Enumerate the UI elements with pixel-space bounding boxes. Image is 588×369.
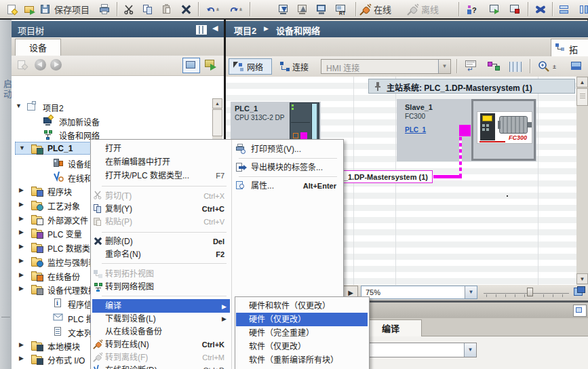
refresh-view-button[interactable] (203, 58, 220, 72)
portal-view-strip[interactable]: 启动 (0, 20, 12, 369)
split-editor-horizontal-button[interactable] (556, 1, 572, 17)
canvas-vscrollbar[interactable]: ▲ ▼ (576, 77, 588, 285)
go-offline-button[interactable]: 离线 (407, 1, 450, 17)
save-project-button[interactable]: 保存项目 (39, 1, 94, 17)
menu-item-export-module-labeling-strips[interactable]: 导出模块的标签条... (233, 161, 342, 174)
zoom-combo-dropdown-icon[interactable]: ▼ (465, 286, 477, 298)
pin-icon[interactable] (374, 82, 381, 91)
menu-item-go-to-topology-view[interactable]: 转到拓扑视图 (92, 268, 230, 281)
copy-button[interactable] (140, 1, 156, 17)
menu-item-open-in-new-editor[interactable]: 在新编辑器中打开 (92, 156, 230, 169)
split-editor-vertical-button[interactable] (576, 1, 588, 17)
submenu-item-hw-and-sw-changes-only[interactable]: 硬件和软件（仅更改） (236, 299, 368, 313)
start-runtime-button[interactable]: RT (332, 1, 351, 17)
new-project-button[interactable] (4, 1, 20, 17)
menu-item-delete[interactable]: 删除(D)Del (92, 235, 230, 248)
tree-columns-icon[interactable] (196, 25, 207, 35)
menu-item-open[interactable]: 打开 (92, 142, 230, 155)
tree-item-project[interactable]: ▼ 项目2 (12, 100, 222, 113)
submenu-item-sw-rebuild-all-blocks[interactable]: 软件（重新编译所有块） (236, 353, 368, 367)
navigate-forward-button[interactable] (50, 59, 62, 71)
scroll-thumb[interactable] (576, 88, 588, 106)
expander-closed-icon[interactable]: ▶ (19, 187, 24, 193)
upload-from-device-button[interactable] (294, 1, 311, 17)
submenu-item-hw-changes-only[interactable]: 硬件（仅更改） (236, 313, 368, 326)
slave1-master-link[interactable]: PLC_1 (405, 126, 426, 134)
start-cpu-button[interactable] (486, 1, 503, 17)
cross-references-button[interactable] (532, 1, 549, 17)
expander-closed-icon[interactable]: ▶ (19, 257, 24, 264)
menu-item-cut[interactable]: 剪切(T)Ctrl+X (92, 190, 230, 203)
submenu-item-hw-rebuild-all[interactable]: 硬件（完全重建） (236, 326, 368, 340)
menu-item-online-diagnostics[interactable]: 在线和诊断(D)Ctrl+D (92, 364, 230, 369)
scroll-up-button[interactable]: ▲ (576, 77, 588, 88)
menu-item-open-block-data-type[interactable]: 打开块/PLC 数据类型...F7 (92, 170, 230, 182)
network-mode-button[interactable]: 网络 (229, 58, 272, 75)
print-button[interactable] (97, 1, 113, 17)
message-filter-combo[interactable]: ▼ (365, 343, 477, 357)
tab-topology-view[interactable]: 拓 (551, 39, 588, 57)
expander-closed-icon[interactable]: ▶ (19, 243, 24, 250)
tree-item-add-new-device[interactable]: 添加新设备 (12, 114, 222, 128)
scroll-down-button[interactable]: ▼ (576, 273, 588, 284)
inspector-properties-icon[interactable] (573, 305, 587, 317)
stop-cpu-button[interactable] (506, 1, 524, 17)
start-simulation-button[interactable] (313, 1, 330, 17)
menu-item-go-offline[interactable]: 转到离线(F)Ctrl+M (92, 351, 230, 364)
zoom-slider-thumb[interactable] (527, 288, 533, 296)
navigate-back-button[interactable] (35, 59, 46, 71)
menu-item-rename[interactable]: 重命名(N)F2 (92, 248, 230, 261)
zoom-tool-button[interactable]: ± (534, 58, 568, 75)
add-item-icon[interactable] (17, 59, 28, 70)
dp-network-line-vertical[interactable] (459, 137, 462, 178)
menu-item-print-preview[interactable]: 打印预览(V)... (233, 143, 342, 156)
breadcrumb-project[interactable]: 项目2 (234, 24, 256, 37)
go-online-button[interactable]: 在线 (359, 1, 403, 17)
expander-open-icon[interactable]: ▼ (19, 144, 25, 151)
slave1-device-image[interactable]: FC300 (477, 111, 532, 144)
plc1-device-image[interactable] (290, 102, 319, 144)
expander-closed-icon[interactable]: ▶ (19, 201, 24, 208)
expander-closed-icon[interactable]: ▶ (19, 355, 24, 362)
expander-closed-icon[interactable]: ▶ (19, 215, 24, 222)
fit-view-icon[interactable] (573, 286, 587, 298)
breadcrumb-page[interactable]: 设备和网络 (276, 24, 320, 37)
expander-closed-icon[interactable]: ▶ (19, 341, 24, 348)
zoom-level-combo[interactable]: 75% ▼ (361, 286, 477, 299)
expander-closed-icon[interactable]: ▶ (19, 271, 24, 278)
cut-button[interactable] (121, 1, 137, 17)
expander-open-icon[interactable]: ▼ (16, 102, 22, 109)
menu-item-download-to-device[interactable]: 下载到设备(L)▶ (92, 313, 230, 326)
tab-devices[interactable]: 设备 (15, 39, 61, 56)
menu-item-go-to-network-view[interactable]: 转到网络视图 (92, 281, 230, 294)
connections-mode-label: 连接 (292, 61, 309, 73)
accessible-devices-button[interactable]: ? (464, 1, 483, 17)
collapse-panel-icon[interactable]: ◀ (212, 24, 218, 33)
delete-button[interactable] (178, 1, 194, 17)
undo-button[interactable]: ± (202, 1, 222, 17)
menu-item-compile[interactable]: 编译▶ (92, 299, 230, 313)
submenu-item-sw-changes-only[interactable]: 软件（仅更改） (236, 340, 368, 353)
expander-closed-icon[interactable]: ▶ (19, 285, 24, 292)
connection-type-combo[interactable]: HMI 连接 ▼ (321, 59, 451, 74)
menu-item-go-online[interactable]: 转到在线(N)Ctrl+K (92, 338, 230, 351)
message-filter-dropdown-icon[interactable]: ▼ (464, 343, 476, 357)
menu-item-backup-from-online-device[interactable]: 从在线设备备份 (92, 326, 230, 338)
menu-item-copy[interactable]: 复制(Y)Ctrl+C (92, 203, 230, 216)
dp-network-line-horizontal[interactable] (433, 175, 462, 178)
redo-button[interactable]: ± (225, 1, 246, 17)
slave1-station[interactable]: Slave_1 FC300 PLC_1 FC3 (397, 99, 536, 161)
combo-dropdown-icon[interactable]: ▼ (438, 60, 450, 73)
expander-closed-icon[interactable]: ▶ (19, 229, 24, 235)
slave1-dp-port[interactable] (459, 125, 471, 136)
download-to-device-button[interactable] (275, 1, 292, 17)
details-view-button[interactable] (182, 58, 200, 73)
menu-item-properties[interactable]: 属性...Alt+Enter (233, 180, 342, 193)
connections-mode-button[interactable]: 连接 (276, 58, 326, 75)
menu-item-paste[interactable]: 粘贴(P)Ctrl+V (92, 216, 230, 229)
paste-button[interactable] (159, 1, 175, 17)
plc1-station[interactable]: PLC_1 CPU 313C-2 DP (231, 102, 321, 144)
zoom-slider[interactable] (484, 287, 569, 298)
open-pane-button[interactable] (566, 58, 588, 75)
open-project-button[interactable] (22, 1, 38, 17)
